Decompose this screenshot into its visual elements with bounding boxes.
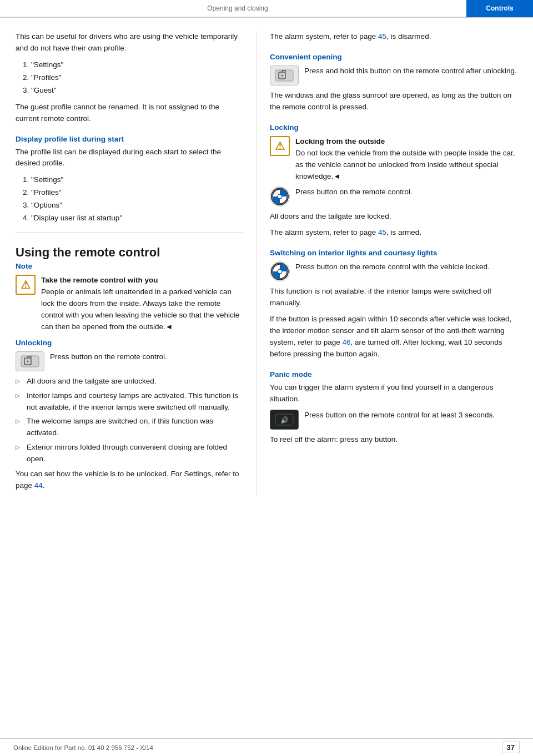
- interior-p1: This function is not available, if the i…: [270, 286, 520, 309]
- unlocking-heading: Unlocking: [16, 339, 243, 347]
- panic-instruction: Press button on the remote control for a…: [304, 410, 495, 421]
- page-content: This can be useful for drivers who are u…: [0, 18, 533, 510]
- panic-remote-box: 🔊 Press button on the remote control for…: [270, 410, 520, 430]
- list-item: "Display user list at startup": [31, 212, 243, 225]
- svg-text:🔊: 🔊: [280, 416, 289, 424]
- list-item: "Profiles": [31, 187, 243, 199]
- list-item: "Settings": [31, 174, 243, 187]
- locking-remote-box: Press button on the remote control.: [270, 187, 520, 206]
- unlock-button-icon: [16, 351, 44, 371]
- convenient-p1: The windows and the glass sunroof are op…: [270, 90, 520, 113]
- list-item: "Options": [31, 199, 243, 212]
- locking-p2-text: The alarm system, refer to page: [270, 228, 378, 236]
- locking-warning-bold: Locking from the outside: [295, 136, 520, 148]
- alarm-intro: The alarm system, refer to page 45, is d…: [270, 31, 520, 43]
- interior-p2-link[interactable]: 46: [343, 338, 351, 346]
- svg-rect-0: [21, 356, 39, 367]
- interior-lights-heading: Switching on interior lights and courtes…: [270, 249, 520, 257]
- alarm-intro-end: , is disarmed.: [386, 32, 431, 41]
- locking-p2: The alarm system, refer to page 45, is a…: [270, 227, 520, 239]
- svg-point-5: [27, 360, 29, 362]
- locking-p2-link[interactable]: 45: [378, 228, 386, 236]
- warning-text: Take the remote control with you People …: [41, 275, 243, 333]
- warning-bold-line: Take the remote control with you: [41, 275, 243, 286]
- left-column: This can be useful for drivers who are u…: [0, 31, 257, 496]
- panic-mode-heading: Panic mode: [270, 370, 520, 379]
- list-item: "Profiles": [31, 72, 243, 84]
- bullet-item: Exterior mirrors folded through convenie…: [16, 442, 243, 465]
- footer-text: Online Edition for Part no. 01 40 2 956 …: [13, 744, 153, 751]
- svg-point-15: [278, 269, 282, 274]
- alarm-intro-text: The alarm system, refer to page: [270, 32, 378, 41]
- remote-control-heading: Using the remote control: [16, 245, 243, 260]
- alarm-page-link[interactable]: 45: [378, 32, 386, 41]
- warning-body: People or animals left unattended in a p…: [41, 288, 239, 331]
- convenient-button-icon: [270, 65, 299, 85]
- interior-lights-instruction: Press button on the remote control with …: [295, 261, 490, 273]
- list-1: "Settings" "Profiles" "Guest": [31, 59, 243, 97]
- page-number: 37: [502, 742, 520, 753]
- note-heading: Note: [16, 262, 243, 270]
- unlocking-bullets: All doors and the tailgate are unlocked.…: [16, 376, 243, 465]
- bmw-logo-icon: [270, 187, 290, 206]
- locking-warning-icon: ⚠: [270, 136, 290, 156]
- bullet-item: All doors and the tailgate are unlocked.: [16, 376, 243, 387]
- display-profile-heading: Display profile list during start: [16, 135, 243, 143]
- panic-p2: To reel off the alarm: press any button.: [270, 434, 520, 446]
- page-header: Opening and closing Controls: [0, 0, 533, 18]
- page-footer: Online Edition for Part no. 01 40 2 956 …: [0, 738, 533, 756]
- right-column: The alarm system, refer to page 45, is d…: [257, 31, 533, 496]
- section-divider: [16, 233, 243, 233]
- settings-note-text: You can set how the vehicle is to be unl…: [16, 470, 239, 490]
- bullet-item: The welcome lamps are switched on, if th…: [16, 416, 243, 439]
- svg-rect-6: [275, 70, 293, 81]
- guest-note: The guest profile cannot be renamed. It …: [16, 102, 243, 125]
- locking-warning-body: Do not lock the vehicle from the outside…: [295, 149, 515, 180]
- convenient-instruction: Press and hold this button on the remote…: [304, 65, 517, 77]
- unlocking-instruction: Press button on the remote control.: [50, 351, 167, 363]
- bmw-logo-icon-2: [270, 261, 290, 281]
- locking-p2-end: , is armed.: [386, 228, 421, 236]
- settings-page-link[interactable]: 44: [34, 481, 43, 490]
- bullet-item: Interior lamps and courtesy lamps are ac…: [16, 390, 243, 414]
- locking-p1: All doors and the tailgate are locked.: [270, 211, 520, 223]
- list-item: "Guest": [31, 84, 243, 97]
- svg-point-11: [281, 74, 283, 76]
- locking-warning-box: ⚠ Locking from the outside Do not lock t…: [270, 136, 520, 183]
- warning-box-remote: ⚠ Take the remote control with you Peopl…: [16, 275, 243, 333]
- display-profile-p1: The profile list can be displayed during…: [16, 147, 243, 170]
- panic-button-icon: 🔊: [270, 410, 299, 430]
- svg-point-13: [278, 194, 282, 199]
- locking-heading: Locking: [270, 123, 520, 132]
- intro-paragraph: This can be useful for drivers who are u…: [16, 31, 243, 54]
- locking-instruction: Press button on the remote control.: [295, 187, 413, 198]
- convenient-remote-box: Press and hold this button on the remote…: [270, 65, 520, 85]
- unlocking-remote-box: Press button on the remote control.: [16, 351, 243, 371]
- settings-note-end: .: [43, 481, 45, 490]
- header-section-label: Opening and closing: [0, 4, 466, 12]
- header-chapter-label: Controls: [466, 0, 533, 17]
- convenient-opening-heading: Convenient opening: [270, 53, 520, 61]
- locking-warning-text: Locking from the outside Do not lock the…: [295, 136, 520, 183]
- list-item: "Settings": [31, 59, 243, 72]
- panic-p1: You can trigger the alarm system if you …: [270, 382, 520, 405]
- list-2: "Settings" "Profiles" "Options" "Display…: [31, 174, 243, 225]
- interior-p2: If the button is pressed again within 10…: [270, 314, 520, 360]
- warning-triangle-icon: ⚠: [16, 275, 36, 295]
- interior-lights-remote-box: Press button on the remote control with …: [270, 261, 520, 281]
- settings-note: You can set how the vehicle is to be unl…: [16, 468, 243, 492]
